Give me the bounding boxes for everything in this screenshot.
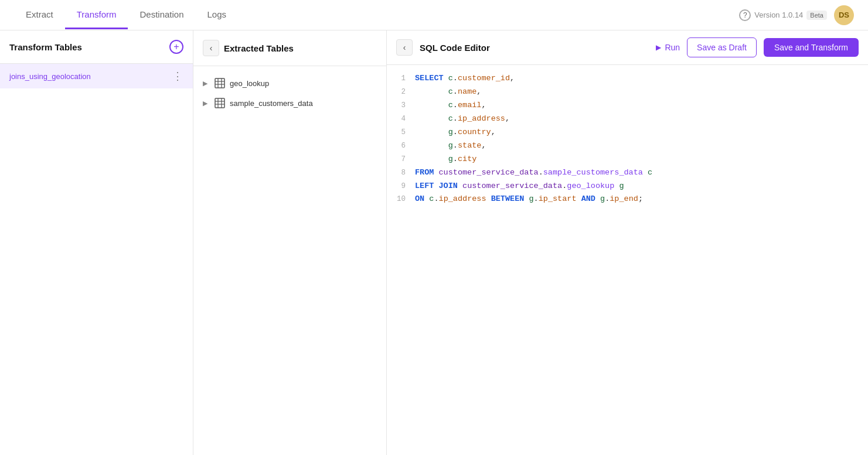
code-line-3: 3 c.email,	[387, 99, 868, 112]
tab-extract[interactable]: Extract	[14, 1, 65, 29]
expand-arrow-icon: ▶	[203, 100, 210, 107]
save-draft-button[interactable]: Save as Draft	[687, 37, 757, 57]
code-line-7: 7 g.city	[387, 153, 868, 166]
code-line-10: 10 ON c.ip_address BETWEEN g.ip_start AN…	[387, 193, 868, 206]
table-grid-icon	[215, 78, 225, 88]
editor-header: ‹ SQL Code Editor ▶ Run Save as Draft Sa…	[387, 30, 868, 65]
left-panel-title: Transform Tables	[9, 42, 82, 52]
table-item-menu-icon[interactable]: ⋮	[172, 70, 183, 83]
sql-code-editor[interactable]: 1 SELECT c.customer_id, 2 c.name, 3 c.em…	[387, 65, 868, 455]
tab-transform[interactable]: Transform	[65, 1, 128, 29]
tab-destination[interactable]: Destination	[128, 1, 195, 29]
avatar[interactable]: DS	[834, 5, 854, 25]
save-transform-button[interactable]: Save and Transform	[764, 38, 859, 57]
middle-panel-header: ‹ Extracted Tables	[193, 30, 386, 66]
collapse-middle-button[interactable]: ‹	[203, 40, 219, 56]
code-line-8: 8 FROM customer_service_data.sample_cust…	[387, 166, 868, 180]
right-panel: ‹ SQL Code Editor ▶ Run Save as Draft Sa…	[387, 30, 868, 455]
main-layout: Transform Tables + joins_using_geolocati…	[0, 30, 868, 455]
extracted-table-name: sample_customers_data	[230, 99, 313, 108]
svg-rect-0	[215, 78, 224, 88]
transform-table-item[interactable]: joins_using_geolocation ⋮	[0, 64, 193, 88]
transform-table-name: joins_using_geolocation	[9, 72, 91, 81]
left-panel: Transform Tables + joins_using_geolocati…	[0, 30, 193, 455]
add-transform-table-button[interactable]: +	[169, 40, 183, 54]
version-info: ? Version 1.0.14 Beta	[739, 9, 827, 21]
extracted-table-item[interactable]: ▶ sample_customers_data	[193, 93, 386, 113]
top-nav: Extract Transform Destination Logs ? Ver…	[0, 0, 868, 30]
extracted-table-name: geo_lookup	[230, 79, 269, 88]
code-line-2: 2 c.name,	[387, 85, 868, 99]
tab-logs[interactable]: Logs	[196, 1, 239, 29]
expand-arrow-icon: ▶	[203, 80, 210, 87]
table-grid-icon	[215, 98, 225, 108]
extracted-table-item[interactable]: ▶ geo_lookup	[193, 73, 386, 93]
middle-panel: ‹ Extracted Tables ▶ geo_lookup	[193, 30, 387, 455]
beta-badge: Beta	[806, 11, 827, 20]
help-icon[interactable]: ?	[739, 9, 751, 21]
run-button[interactable]: ▶ Run	[656, 43, 680, 52]
collapse-editor-button[interactable]: ‹	[396, 39, 413, 56]
code-line-4: 4 c.ip_address,	[387, 112, 868, 126]
code-line-5: 5 g.country,	[387, 126, 868, 139]
extracted-tables-list: ▶ geo_lookup ▶	[193, 66, 386, 120]
code-line-1: 1 SELECT c.customer_id,	[387, 72, 868, 85]
left-panel-header: Transform Tables +	[0, 30, 193, 64]
svg-rect-5	[215, 98, 224, 108]
editor-title: SQL Code Editor	[420, 43, 649, 53]
run-icon: ▶	[656, 43, 661, 52]
code-line-9: 9 LEFT JOIN customer_service_data.geo_lo…	[387, 180, 868, 193]
middle-panel-title: Extracted Tables	[224, 43, 294, 53]
code-line-6: 6 g.state,	[387, 139, 868, 153]
